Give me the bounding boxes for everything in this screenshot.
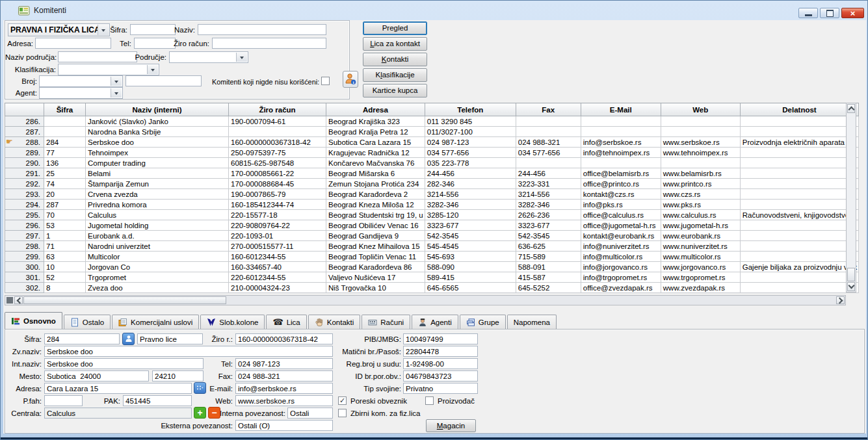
tab-lica[interactable]: ☎Lica: [266, 315, 306, 329]
cell[interactable]: Janković (Slavko) Janko: [86, 116, 229, 127]
cell[interactable]: 3285-120: [425, 210, 516, 220]
cell[interactable]: [740, 168, 858, 179]
cell[interactable]: www.nuniverzitet.rs: [661, 241, 740, 252]
cell[interactable]: 011/3027-100: [425, 127, 516, 137]
row-number-cell[interactable]: 301.: [5, 272, 44, 283]
cell[interactable]: kontakt@czs.rs: [581, 189, 661, 200]
cell[interactable]: [740, 127, 858, 137]
cell[interactable]: [661, 116, 740, 127]
column-header-naziv-interni-[interactable]: Naziv (interni): [86, 103, 229, 116]
cell[interactable]: Belami: [86, 168, 229, 179]
detail-pfah-input[interactable]: [44, 395, 83, 406]
cell[interactable]: 190-0007865-79: [229, 189, 326, 200]
cell[interactable]: www.multicolor.rs: [661, 252, 740, 262]
cell[interactable]: Beograd Karađorđeva 2: [326, 189, 425, 200]
cell[interactable]: 71: [44, 241, 86, 252]
row-number-cell[interactable]: 294.: [5, 200, 44, 210]
cell[interactable]: Beograd Studentski trg 19, u: [326, 210, 425, 220]
cell[interactable]: 60815-625-987548: [229, 158, 326, 168]
row-number-cell[interactable]: 287.: [5, 127, 44, 137]
detail-adresa-input[interactable]: [44, 383, 192, 394]
cell[interactable]: Computer trading: [86, 158, 229, 168]
scroll-split-handle[interactable]: [7, 297, 13, 304]
cell[interactable]: Subotica Cara Lazara 15: [326, 137, 425, 148]
filter-broj-select[interactable]: [39, 75, 123, 87]
cell[interactable]: Eurobank a.d.: [86, 231, 229, 241]
cell[interactable]: [581, 116, 661, 127]
detail-web-input[interactable]: [235, 395, 333, 406]
cell[interactable]: www.jorgovanco.rs: [661, 262, 740, 272]
cell[interactable]: office@printco.rs: [581, 179, 661, 189]
table-row[interactable]: 299.63Multicolor160-6012344-55Beograd To…: [5, 252, 859, 262]
cell[interactable]: Zemun Stojana Protića 234: [326, 179, 425, 189]
cell[interactable]: www.tehnoimpex.rs: [661, 148, 740, 158]
tab-ra-uni[interactable]: Računi: [362, 315, 410, 329]
filter-klasifikacija-select[interactable]: [58, 64, 159, 75]
table-row[interactable]: 291.25Belami170-000085661-22Beograd Miša…: [5, 168, 859, 179]
cell[interactable]: 170-000085661-22: [229, 168, 326, 179]
filter-ziro-input[interactable]: [212, 38, 326, 49]
cell[interactable]: [740, 231, 858, 241]
cell[interactable]: info@trgopromet.rs: [581, 272, 661, 283]
table-row[interactable]: 286.Janković (Slavko) Janko190-0007094-6…: [5, 116, 859, 127]
cell[interactable]: 636-625: [516, 241, 581, 252]
cell[interactable]: Beograd Topličin Venac 11: [326, 252, 425, 262]
cell[interactable]: 53: [44, 220, 86, 231]
cell[interactable]: info@tehnoimpex.rs: [581, 148, 661, 158]
cell[interactable]: www.printco.rs: [661, 179, 740, 189]
row-number-cell[interactable]: 296.: [5, 220, 44, 231]
cell[interactable]: 3323-677: [425, 220, 516, 231]
cell[interactable]: www.jugometal-h.rs: [661, 220, 740, 231]
chevron-down-icon[interactable]: [236, 53, 247, 62]
row-number-cell[interactable]: 297.: [5, 231, 44, 241]
cell[interactable]: 10: [44, 262, 86, 272]
cell[interactable]: 74: [44, 179, 86, 189]
detail-mesto-input[interactable]: [44, 370, 149, 382]
filter-adresa-input[interactable]: [35, 38, 111, 49]
cell[interactable]: 160-6012344-55: [229, 252, 326, 262]
row-number-cell[interactable]: 286.: [5, 116, 44, 127]
table-row[interactable]: 292.74Štamparija Zemun170-000088684-45Ze…: [5, 179, 859, 189]
tab-slob-kolone[interactable]: Slob.kolone: [200, 315, 265, 329]
row-number-cell[interactable]: 295.: [5, 210, 44, 220]
table-row[interactable]: 293.20Crvena zvezda190-0007865-79Beograd…: [5, 189, 859, 200]
row-number-cell[interactable]: 292.: [5, 179, 44, 189]
kartice-kupca-button[interactable]: Kartice kupca: [363, 84, 427, 97]
cell[interactable]: 588-091: [516, 262, 581, 272]
cell[interactable]: Trgopromet: [86, 272, 229, 283]
cell[interactable]: 160-0000000367318-42: [229, 137, 326, 148]
tab-ostalo[interactable]: Ostalo: [64, 315, 111, 329]
cell[interactable]: 645-6565: [425, 283, 516, 293]
filter-unused-checkbox[interactable]: [321, 77, 330, 85]
cell[interactable]: www.belamisrb.rs: [661, 168, 740, 179]
cell[interactable]: 3282-346: [516, 200, 581, 210]
cell[interactable]: office@jugometal-h.rs: [581, 220, 661, 231]
cell[interactable]: 284: [44, 137, 86, 148]
cell[interactable]: 160-334657-40: [229, 262, 326, 272]
table-row[interactable]: 296.53Jugometal holding220-90809764-22Be…: [5, 220, 859, 231]
cell[interactable]: [740, 116, 858, 127]
tab-kontakti[interactable]: Kontakti: [308, 315, 361, 329]
cell[interactable]: 542-3545: [425, 231, 516, 241]
cell[interactable]: Gajenje biljaka za proizvodnju vlak: [740, 262, 858, 272]
person-info-button[interactable]: i: [343, 71, 358, 88]
cell[interactable]: 8: [44, 283, 86, 293]
cell[interactable]: www.pks.rs: [661, 200, 740, 210]
column-header-rownum[interactable]: [5, 103, 44, 116]
cell[interactable]: 250-0975397-75: [229, 148, 326, 158]
row-number-cell[interactable]: 291.: [5, 168, 44, 179]
cell[interactable]: info@multicolor.rs: [581, 252, 661, 262]
cell[interactable]: 011 3290 845: [425, 116, 516, 127]
cell[interactable]: Beograd Mišarska 6: [326, 168, 425, 179]
detail-interna-input[interactable]: [287, 408, 333, 419]
pregled-button[interactable]: Pregled: [363, 21, 427, 35]
cell[interactable]: Beograd Gandijeva 9: [326, 231, 425, 241]
cell[interactable]: 3214-556: [425, 189, 516, 200]
proizvodjac-checkbox[interactable]: [425, 396, 434, 405]
cell[interactable]: [740, 200, 858, 210]
detail-centrala-input[interactable]: [44, 408, 192, 419]
cell[interactable]: [516, 127, 581, 137]
cell[interactable]: www.czs.rs: [661, 189, 740, 200]
zbirni-checkbox[interactable]: [338, 409, 347, 417]
row-number-cell[interactable]: 290.: [5, 158, 44, 168]
